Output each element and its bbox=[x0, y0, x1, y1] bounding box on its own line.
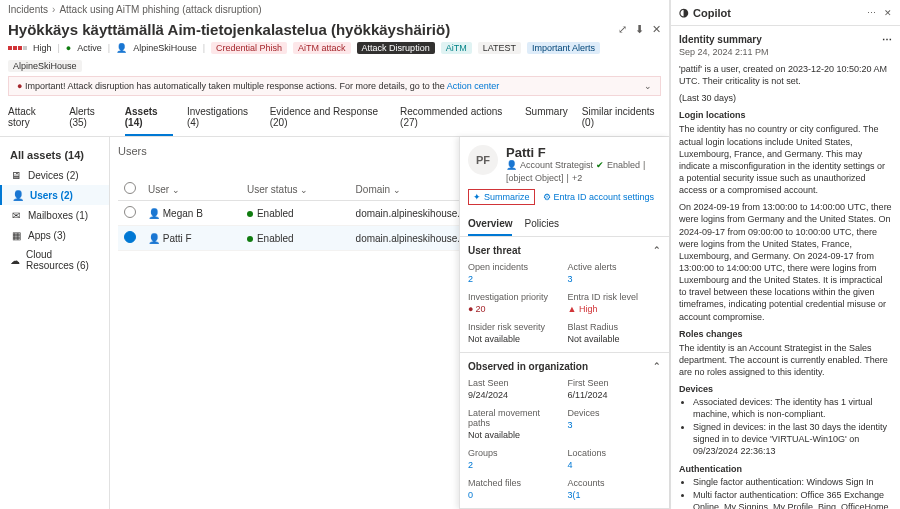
more-icon[interactable]: ⋯ bbox=[867, 8, 876, 18]
card-more-icon[interactable]: ⋯ bbox=[882, 34, 892, 45]
tab-evidence[interactable]: Evidence and Response (20) bbox=[270, 100, 386, 136]
tag[interactable]: Credential Phish bbox=[211, 42, 287, 54]
cloud-icon: ☁ bbox=[10, 254, 20, 266]
mailbox-icon: ✉ bbox=[10, 209, 22, 221]
avatar: PF bbox=[468, 145, 498, 175]
assets-title: All assets (14) bbox=[0, 145, 109, 165]
sidebar-item-apps[interactable]: ▦Apps (3) bbox=[0, 225, 109, 245]
summary-title: Identity summary bbox=[679, 34, 762, 45]
summary-date: Sep 24, 2024 2:11 PM bbox=[679, 47, 892, 57]
tab-similar[interactable]: Similar incidents (0) bbox=[582, 100, 661, 136]
entra-risk: ▲ High bbox=[568, 304, 662, 314]
entra-settings-button[interactable]: ⚙Entra ID account settings bbox=[543, 189, 655, 205]
copilot-icon: ◑ bbox=[679, 6, 689, 19]
section-user-threat[interactable]: User threat⌃ bbox=[468, 245, 661, 256]
col-status[interactable]: User status ⌄ bbox=[241, 178, 350, 201]
tab-assets[interactable]: Assets (14) bbox=[125, 100, 173, 136]
row-checkbox[interactable] bbox=[124, 231, 136, 243]
summarize-button[interactable]: ✦Summarize bbox=[468, 189, 535, 205]
page-title: Hyökkäys käyttämällä Aim-tietojenkalaste… bbox=[8, 21, 450, 38]
banner-chevron-icon[interactable]: ⌄ bbox=[644, 81, 652, 91]
section-observed[interactable]: Observed in organization⌃ bbox=[468, 361, 661, 372]
tag[interactable]: AiTM attack bbox=[293, 42, 351, 54]
sidebar-item-devices[interactable]: 🖥Devices (2) bbox=[0, 165, 109, 185]
action-center-link[interactable]: Action center bbox=[447, 81, 500, 91]
select-all-checkbox[interactable] bbox=[124, 182, 136, 194]
collapse-icon[interactable]: ⤢ bbox=[618, 23, 627, 36]
disruption-banner: ● Important! Attack disruption has autom… bbox=[8, 76, 661, 96]
severity: High bbox=[33, 43, 52, 53]
col-user[interactable]: User ⌄ bbox=[142, 178, 241, 201]
breadcrumb: Incidents › Attack using AiTM phishing (… bbox=[0, 0, 669, 19]
investigation-priority: ● 20 bbox=[468, 304, 562, 314]
status: Active bbox=[77, 43, 102, 53]
tag[interactable]: Attack Disruption bbox=[357, 42, 435, 54]
tag[interactable]: Important Alerts bbox=[527, 42, 600, 54]
flyout-name: Patti F bbox=[506, 145, 661, 160]
download-icon[interactable]: ⬇ bbox=[635, 23, 644, 36]
flyout-tab-policies[interactable]: Policies bbox=[524, 213, 558, 236]
tab-summary[interactable]: Summary bbox=[525, 100, 568, 136]
apps-icon: ▦ bbox=[10, 229, 22, 241]
close-icon[interactable]: ✕ bbox=[652, 23, 661, 36]
user-flyout: PF Patti F 👤Account Strategist ✔Enabled … bbox=[459, 137, 669, 509]
breadcrumb-root[interactable]: Incidents bbox=[8, 4, 48, 15]
tag[interactable]: AlpineSkiHouse bbox=[8, 60, 82, 72]
incident-tabs: Attack story Alerts (35) Assets (14) Inv… bbox=[0, 100, 669, 137]
tab-investigations[interactable]: Investigations (4) bbox=[187, 100, 256, 136]
tab-alerts[interactable]: Alerts (35) bbox=[69, 100, 111, 136]
device-icon: 🖥 bbox=[10, 169, 22, 181]
tag[interactable]: LATEST bbox=[478, 42, 521, 54]
copilot-close-icon[interactable]: ✕ bbox=[884, 8, 892, 18]
sidebar-item-users[interactable]: 👤Users (2) bbox=[0, 185, 109, 205]
copilot-panel: ◑Copilot ⋯ ✕ Identity summary⋯ Sep 24, 2… bbox=[670, 0, 900, 509]
incident-meta: High | ● Active | 👤AlpineSkiHouse | Cred… bbox=[0, 40, 669, 76]
breadcrumb-current: Attack using AiTM phishing (attack disru… bbox=[59, 4, 261, 15]
sparkle-icon: ✦ bbox=[473, 192, 481, 202]
tag[interactable]: AiTM bbox=[441, 42, 472, 54]
tab-recommended[interactable]: Recommended actions (27) bbox=[400, 100, 511, 136]
tab-attack-story[interactable]: Attack story bbox=[8, 100, 55, 136]
flyout-tab-overview[interactable]: Overview bbox=[468, 213, 512, 236]
owner: AlpineSkiHouse bbox=[133, 43, 197, 53]
gear-icon: ⚙ bbox=[543, 192, 551, 202]
sidebar-item-cloud[interactable]: ☁Cloud Resources (6) bbox=[0, 245, 109, 275]
sidebar-item-mailboxes[interactable]: ✉Mailboxes (1) bbox=[0, 205, 109, 225]
user-icon: 👤 bbox=[12, 189, 24, 201]
row-checkbox[interactable] bbox=[124, 206, 136, 218]
